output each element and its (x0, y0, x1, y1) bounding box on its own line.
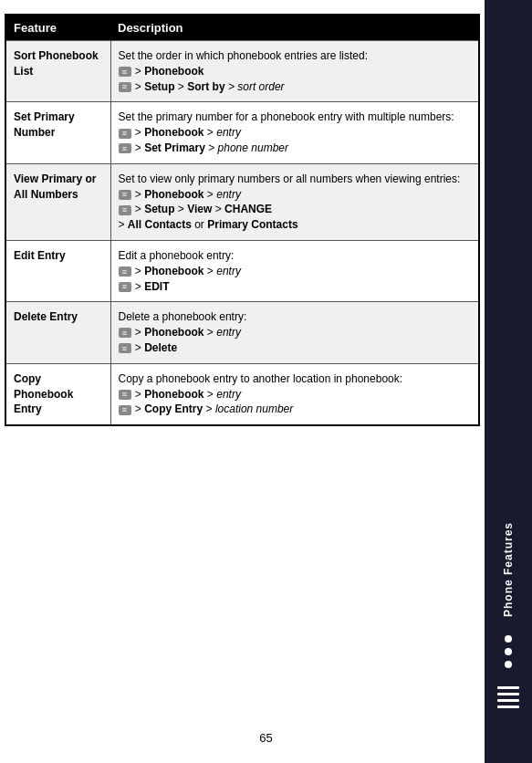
description-cell: Set the primary number for a phonebook e… (110, 102, 479, 163)
desc-line: > Delete (119, 340, 472, 356)
menu-icon (119, 267, 131, 277)
desc-line: > Phonebook > entry (119, 187, 472, 203)
desc-line: > Setup > Sort by > sort order (119, 79, 472, 95)
menu-icon (119, 205, 131, 215)
desc-text: Copy a phonebook entry to another locati… (119, 371, 472, 387)
desc-text: Set to view only primary numbers or all … (119, 172, 472, 187)
desc-line: > Phonebook > entry (119, 264, 472, 279)
page-number: 65 (259, 731, 272, 745)
description-column-header: Description (110, 15, 479, 41)
menu-icon (119, 343, 131, 353)
table-row: Edit EntryEdit a phonebook entry: > Phon… (5, 240, 479, 301)
menu-icon (119, 328, 131, 338)
table-row: Copy Phonebook EntryCopy a phonebook ent… (5, 363, 479, 425)
dot-2 (505, 648, 512, 655)
feature-cell: Edit Entry (5, 240, 110, 301)
desc-line: > Phonebook > entry (119, 125, 472, 141)
desc-line: > Copy Entry > location number (119, 402, 472, 417)
menu-icon (119, 190, 131, 200)
menu-icon (119, 143, 131, 153)
main-content: Feature Description Sort Phonebook ListS… (5, 14, 480, 717)
description-cell: Delete a phonebook entry: > Phonebook > … (110, 302, 479, 363)
description-cell: Set the order in which phonebook entries… (110, 41, 479, 102)
desc-line: > Phonebook > entry (119, 325, 472, 340)
desc-line: > Phonebook (119, 64, 472, 79)
description-cell: Edit a phonebook entry: > Phonebook > en… (110, 240, 479, 301)
desc-text: Delete a phonebook entry: (119, 309, 472, 325)
menu-icon (119, 67, 131, 77)
feature-cell: Set Primary Number (5, 102, 110, 163)
table-row: Delete EntryDelete a phonebook entry: > … (5, 302, 479, 363)
desc-line: > EDIT (119, 279, 472, 295)
menu-icon (119, 390, 131, 400)
sidebar-line-2 (497, 693, 519, 695)
desc-line: > Phonebook > entry (119, 387, 472, 402)
dot-3 (505, 661, 512, 668)
desc-text: Set the primary number for a phonebook e… (119, 110, 472, 125)
menu-icon (119, 282, 131, 292)
desc-text: Set the order in which phonebook entries… (119, 48, 472, 64)
table-row: Sort Phonebook ListSet the order in whic… (5, 41, 479, 102)
dot-1 (505, 635, 512, 643)
feature-cell: Sort Phonebook List (5, 41, 110, 102)
sidebar-lines (497, 686, 519, 708)
feature-cell: Copy Phonebook Entry (5, 363, 110, 425)
feature-cell: View Primary or All Numbers (5, 163, 110, 240)
menu-icon (119, 405, 131, 415)
menu-icon (119, 129, 131, 139)
table-row: Set Primary NumberSet the primary number… (5, 102, 479, 163)
table-row: View Primary or All NumbersSet to view o… (5, 163, 479, 240)
sidebar-label: Phone Features (502, 522, 515, 617)
desc-line: > Set Primary > phone number (119, 141, 472, 156)
right-sidebar: Phone Features (485, 0, 532, 763)
feature-cell: Delete Entry (5, 302, 110, 363)
feature-column-header: Feature (5, 15, 110, 41)
description-cell: Copy a phonebook entry to another locati… (110, 363, 479, 425)
description-cell: Set to view only primary numbers or all … (110, 163, 479, 240)
page-container: Phone Features Feature Description Sort … (0, 0, 532, 763)
desc-line: > Setup > View > CHANGE (119, 202, 472, 217)
menu-icon (119, 82, 131, 92)
desc-text: Edit a phonebook entry: (119, 248, 472, 264)
sidebar-line-3 (497, 699, 519, 702)
desc-line: > All Contacts or Primary Contacts (119, 217, 472, 233)
sidebar-line-4 (497, 706, 519, 708)
sidebar-line-1 (497, 686, 519, 689)
table-header-row: Feature Description (5, 15, 479, 41)
sidebar-dots (505, 635, 512, 668)
features-table: Feature Description Sort Phonebook ListS… (5, 14, 480, 426)
